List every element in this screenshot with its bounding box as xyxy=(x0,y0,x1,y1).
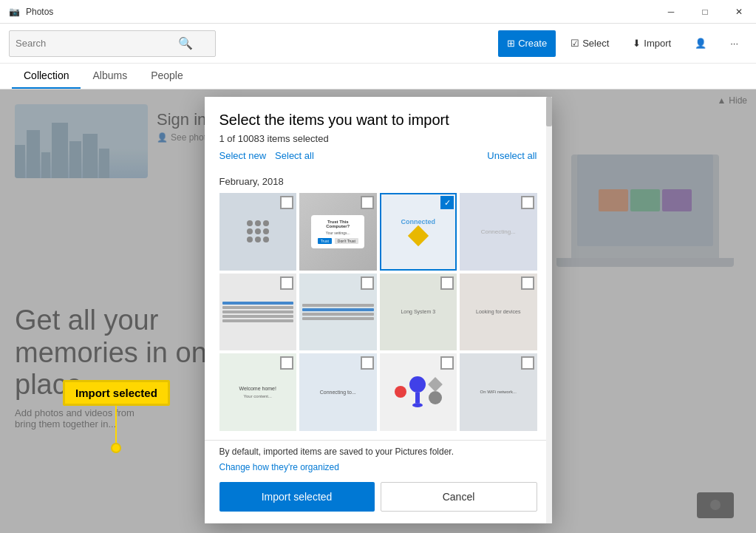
list-item xyxy=(302,317,374,320)
unselect-all-link[interactable]: Unselect all xyxy=(487,150,537,161)
photo-checkbox-9[interactable] xyxy=(280,356,293,370)
photo-checkbox-10[interactable] xyxy=(361,356,374,370)
blue-shape xyxy=(409,376,426,393)
import-button[interactable]: ⬇ Import xyxy=(624,30,680,57)
gray-circle xyxy=(429,391,442,404)
list-item xyxy=(222,315,294,318)
photo-cell-10[interactable]: Connecting to... xyxy=(299,353,377,431)
select-all-link[interactable]: Select all xyxy=(275,150,314,161)
more-button[interactable]: ··· xyxy=(721,30,747,57)
maximize-button[interactable]: □ xyxy=(688,0,722,24)
photo-checkbox-8[interactable] xyxy=(521,276,534,290)
photo-cell-5[interactable] xyxy=(219,274,297,351)
account-icon: 👤 xyxy=(695,38,706,49)
red-shape xyxy=(395,386,406,398)
create-icon: ⊞ xyxy=(507,38,515,49)
stem xyxy=(415,393,420,403)
titlebar: 📷 Photos ─ □ ✕ xyxy=(0,0,756,24)
base xyxy=(412,403,423,407)
photo-checkbox-4[interactable] xyxy=(521,196,534,209)
modal-subtitle: 1 of 10083 items selected xyxy=(219,133,537,144)
keypad-pattern xyxy=(244,217,272,245)
callout-dot xyxy=(111,443,121,453)
modal-link-group: Select new Select all xyxy=(219,150,314,161)
more-icon: ··· xyxy=(730,38,738,49)
dot xyxy=(247,237,253,242)
tab-albums[interactable]: Albums xyxy=(81,64,139,89)
list-item xyxy=(302,313,374,316)
cancel-button[interactable]: Cancel xyxy=(381,482,537,512)
modal-btn-row: Import selected Cancel xyxy=(219,482,537,512)
photo-checkbox-3[interactable]: ✓ xyxy=(440,196,454,209)
photo-cell-9[interactable]: Welcome home! Your content... xyxy=(219,353,297,431)
dot xyxy=(263,237,269,242)
select-button[interactable]: ☑ Select xyxy=(562,30,618,57)
app-icon: 📷 xyxy=(9,7,20,17)
photo-checkbox-1[interactable] xyxy=(280,196,293,209)
dot xyxy=(255,220,261,226)
photo-checkbox-5[interactable] xyxy=(280,276,293,290)
tab-collection[interactable]: Collection xyxy=(12,64,81,89)
photo-cell-7[interactable]: Long System 3 xyxy=(380,274,457,351)
select-icon: ☑ xyxy=(571,38,579,49)
photo-cell-6[interactable] xyxy=(299,274,377,351)
minimize-button[interactable]: ─ xyxy=(654,0,688,24)
photo-checkbox-12[interactable] xyxy=(521,356,534,370)
modal-title: Select the items you want to import xyxy=(219,112,537,129)
import-selected-button[interactable]: Import selected xyxy=(219,482,375,512)
create-label: Create xyxy=(518,38,547,49)
create-button[interactable]: ⊞ Create xyxy=(498,30,556,57)
modal-actions-row: Select new Select all Unselect all xyxy=(219,150,537,161)
modal-overlay: Select the items you want to import 1 of… xyxy=(0,89,756,533)
photo-checkbox-6[interactable] xyxy=(361,276,374,290)
diamond-shape xyxy=(408,225,429,246)
callout-box: Import selected xyxy=(63,380,170,406)
dot xyxy=(263,228,269,234)
dot xyxy=(263,220,269,226)
change-organization-link[interactable]: Change how they're organized xyxy=(219,462,339,472)
photo-cell-4[interactable]: Connecting... xyxy=(460,193,537,271)
gray-shape xyxy=(428,377,443,392)
import-callout: Import selected xyxy=(63,380,170,453)
list-item xyxy=(302,308,374,311)
dot xyxy=(247,228,253,234)
account-button[interactable]: 👤 xyxy=(686,30,715,57)
search-input[interactable] xyxy=(16,38,178,49)
list-item xyxy=(222,310,294,313)
close-button[interactable]: ✕ xyxy=(722,0,756,24)
titlebar-controls: ─ □ ✕ xyxy=(654,0,756,24)
photo-cell-11[interactable] xyxy=(380,353,457,431)
photo-cell-3[interactable]: Connected ✓ xyxy=(380,193,457,271)
import-icon: ⬇ xyxy=(633,38,641,49)
toolbar: 🔍 ⊞ Create ☑ Select ⬇ Import 👤 ··· xyxy=(0,24,756,64)
dot xyxy=(255,228,261,234)
tab-people[interactable]: People xyxy=(139,64,195,89)
import-label: Import xyxy=(644,38,671,49)
list-item xyxy=(222,302,294,305)
app-title: Photos xyxy=(26,7,53,17)
modal-footer-note: By default, imported items are saved to … xyxy=(219,447,537,457)
dialog-box: Trust This Computer? Your settings... Tr… xyxy=(311,215,364,248)
photo-cell-12[interactable]: On WiFi network... xyxy=(460,353,537,431)
modal-footer: By default, imported items are saved to … xyxy=(205,440,552,523)
photo-checkbox-7[interactable] xyxy=(440,276,454,290)
app-container: 🔍 ⊞ Create ☑ Select ⬇ Import 👤 ··· Colle… xyxy=(0,24,756,533)
photo-checkbox-11[interactable] xyxy=(440,356,454,370)
photo-cell-1[interactable] xyxy=(219,193,297,271)
scrollbar-thumb xyxy=(546,97,552,126)
list-item xyxy=(302,304,374,307)
photo-cell-2[interactable]: Trust This Computer? Your settings... Tr… xyxy=(299,193,377,271)
date-group-label: February, 2018 xyxy=(205,173,552,193)
dot xyxy=(247,220,253,226)
search-icon: 🔍 xyxy=(178,36,193,50)
titlebar-title: 📷 Photos xyxy=(9,7,53,17)
list-item xyxy=(222,319,294,322)
import-modal: Select the items you want to import 1 of… xyxy=(205,97,552,523)
photo-cell-8[interactable]: Looking for devices xyxy=(460,274,537,351)
modal-scrollbar[interactable] xyxy=(546,97,552,523)
select-label: Select xyxy=(582,38,609,49)
search-box[interactable]: 🔍 xyxy=(9,30,216,57)
photo-checkbox-2[interactable] xyxy=(361,196,374,209)
dot xyxy=(255,237,261,242)
select-new-link[interactable]: Select new xyxy=(219,150,267,161)
